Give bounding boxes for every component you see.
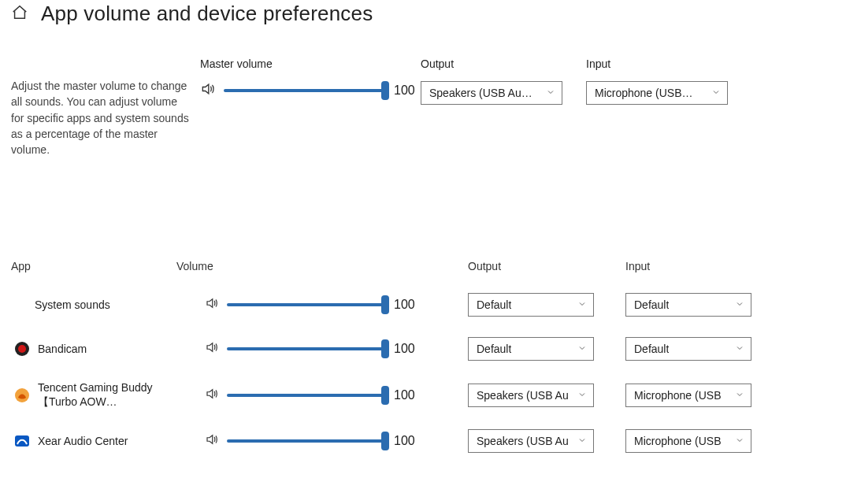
chevron-down-icon: [735, 435, 744, 447]
speaker-icon[interactable]: [200, 81, 216, 100]
app-volume-slider[interactable]: [227, 439, 386, 443]
app-name-label: Xear Audio Center: [38, 435, 128, 449]
chevron-down-icon: [735, 298, 744, 311]
app-icon-tencent: [14, 387, 30, 403]
app-name-label: Bandicam: [38, 343, 87, 357]
app-input-dropdown[interactable]: Default: [625, 293, 751, 317]
speaker-icon[interactable]: [205, 432, 219, 450]
speaker-icon[interactable]: [205, 296, 219, 313]
app-volume-value: 100: [394, 388, 421, 402]
master-volume-label: Master volume: [200, 57, 421, 70]
chevron-down-icon: [577, 343, 587, 355]
master-volume-slider[interactable]: [224, 89, 386, 92]
svg-rect-3: [15, 435, 29, 447]
chevron-down-icon: [735, 343, 744, 355]
app-name-cell: Bandicam: [11, 341, 169, 357]
app-input-dropdown[interactable]: Microphone (USB: [625, 429, 751, 453]
app-input-dropdown[interactable]: Default: [625, 337, 751, 361]
app-output-dropdown[interactable]: Speakers (USB Au: [468, 429, 594, 453]
apps-header-output: Output: [460, 260, 618, 272]
chevron-down-icon: [577, 298, 587, 311]
master-volume-value: 100: [394, 83, 421, 98]
app-output-dropdown[interactable]: Default: [468, 337, 594, 361]
app-row: Bandicam100DefaultDefault: [11, 337, 835, 361]
app-volume-slider[interactable]: [227, 347, 386, 350]
app-icon-bandicam: [14, 341, 30, 357]
app-row: System sounds100DefaultDefault: [11, 293, 835, 317]
app-row: Xear Audio Center100Speakers (USB AuMicr…: [11, 429, 835, 453]
app-input-dropdown[interactable]: Microphone (USB: [625, 384, 751, 407]
svg-point-1: [18, 345, 26, 353]
chevron-down-icon: [546, 87, 555, 99]
app-volume-value: 100: [394, 434, 421, 448]
app-output-dropdown[interactable]: Speakers (USB Au: [468, 384, 594, 407]
app-name-cell: Tencent Gaming Buddy【Turbo AOW…: [11, 381, 169, 409]
apps-header-volume: Volume: [169, 260, 421, 272]
chevron-down-icon: [711, 87, 721, 99]
app-volume-slider[interactable]: [227, 303, 386, 306]
app-name-label: Tencent Gaming Buddy【Turbo AOW…: [38, 381, 164, 409]
app-output-dropdown[interactable]: Default: [468, 293, 594, 317]
master-output-label: Output: [421, 57, 586, 70]
home-icon[interactable]: [11, 4, 28, 24]
app-name-cell: System sounds: [11, 298, 169, 313]
app-row: Tencent Gaming Buddy【Turbo AOW…100Speake…: [11, 381, 835, 409]
speaker-icon[interactable]: [205, 387, 219, 404]
master-input-dropdown[interactable]: Microphone (USB…: [586, 81, 728, 105]
chevron-down-icon: [577, 389, 587, 402]
apps-header-app: App: [11, 260, 169, 272]
app-icon-xear: [14, 433, 30, 449]
app-name-cell: Xear Audio Center: [11, 433, 169, 449]
speaker-icon[interactable]: [205, 340, 219, 358]
master-description: Adjust the master volume to change all s…: [11, 78, 200, 158]
master-input-label: Input: [586, 57, 751, 70]
app-volume-value: 100: [394, 298, 421, 312]
app-volume-slider[interactable]: [227, 394, 386, 397]
app-volume-value: 100: [394, 342, 421, 356]
chevron-down-icon: [735, 389, 744, 402]
apps-header-input: Input: [618, 260, 775, 272]
app-name-label: System sounds: [35, 298, 110, 313]
master-output-dropdown[interactable]: Speakers (USB Au…: [421, 81, 562, 105]
page-title: App volume and device preferences: [41, 2, 373, 26]
chevron-down-icon: [577, 435, 587, 447]
